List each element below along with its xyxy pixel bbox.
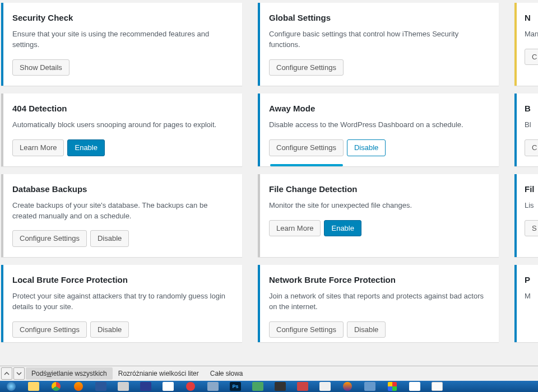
module-card: 404 DetectionAutomatically block users s… [1,94,242,166]
configure-settings-button[interactable]: Configure Settings [269,321,344,338]
module-card: FilLisS [514,174,538,257]
card-actions: Learn MoreEnable [269,220,489,237]
taskbar-explorer[interactable] [25,381,43,392]
module-card: Away ModeDisable access to the WordPress… [258,94,499,166]
chevron-down-icon [16,371,22,376]
disable-button[interactable]: Disable [347,139,386,156]
configure-settings-button[interactable]: Configure Settings [12,321,87,338]
taskbar-app3[interactable] [204,381,222,392]
show-details-button[interactable]: Show Details [12,59,69,76]
whole-words-toggle[interactable]: Całe słowa [205,367,249,380]
disable-button[interactable]: Disable [90,321,129,338]
card-description: Ensure that your site is using the recom… [12,29,232,50]
card-title: Security Check [12,13,232,22]
card-actions: Configure SettingsDisable [12,321,232,338]
disable-button[interactable]: Disable [90,230,129,247]
card-actions: Configure SettingsDisable [269,139,489,156]
configure-settings-button[interactable]: Configure Settings [269,139,344,156]
card-title: P [525,275,538,284]
card-actions: C [525,49,538,66]
highlight-all-toggle[interactable]: Podświetlanie wszystkich [26,367,113,380]
card-title: Fil [525,184,538,194]
configure-settings-button[interactable]: Configure Settings [12,230,87,247]
enable-button[interactable]: Enable [324,220,361,237]
card-title: File Change Detection [269,184,489,194]
card-title: Database Backups [12,184,232,194]
card-title: 404 Detection [12,104,232,113]
taskbar-firefox[interactable] [69,381,87,392]
card-description: Automatically block users snooping aroun… [12,120,232,130]
taskbar-ps[interactable]: Ps [226,381,244,392]
card-actions: Show Details [12,59,232,76]
taskbar-app10[interactable] [383,381,401,392]
taskbar-opera[interactable] [182,381,200,392]
find-prev-button[interactable] [1,367,12,380]
card-description: M [525,291,538,302]
card-description: Disable access to the WordPress Dashboar… [269,120,489,130]
taskbar-app4[interactable] [249,381,267,392]
c-button[interactable]: C [525,139,538,156]
module-card: Local Brute Force ProtectionProtect your… [1,265,242,342]
card-description: Create backups of your site's database. … [12,200,232,222]
taskbar-app6[interactable] [294,381,312,392]
taskbar: Ps [0,381,538,392]
taskbar-app8[interactable] [338,381,356,392]
cards-grid: Security CheckEnsure that your site is u… [0,0,538,342]
card-description: Join a network of sites that reports and… [269,291,489,312]
card-actions: Configure SettingsDisable [269,321,489,338]
find-bar: Podświetlanie wszystkich Rozróżnianie wi… [0,366,538,381]
card-actions: C [525,139,538,156]
module-card: Database BackupsCreate backups of your s… [1,174,242,257]
card-actions: Learn MoreEnable [12,139,232,156]
chevron-up-icon [4,371,10,376]
module-card: Network Brute Force ProtectionJoin a net… [258,265,499,342]
learn-more-button[interactable]: Learn More [12,139,64,156]
card-description: Configure basic settings that control ho… [269,29,489,50]
card-actions: S [525,220,538,237]
card-description: Bl [525,120,538,130]
card-title: B [525,104,538,113]
taskbar-start[interactable] [2,381,20,392]
configure-settings-button[interactable]: Configure Settings [269,59,344,76]
disable-button[interactable]: Disable [347,321,386,338]
module-card: PM [514,265,538,342]
enable-button[interactable]: Enable [67,139,104,156]
card-description: Lis [525,200,538,211]
taskbar-save[interactable] [137,381,155,392]
taskbar-app9[interactable] [361,381,379,392]
card-title: Network Brute Force Protection [269,275,489,284]
module-card: Global SettingsConfigure basic settings … [258,3,499,86]
s-button[interactable]: S [525,220,538,237]
taskbar-app12[interactable] [428,381,446,392]
c-button[interactable]: C [525,49,538,66]
card-title: Local Brute Force Protection [12,275,232,284]
module-card: NManage relC [514,3,538,86]
module-card: File Change DetectionMonitor the site fo… [258,174,499,257]
match-case-toggle[interactable]: Rozróżnianie wielkości liter [113,367,205,380]
card-title: Global Settings [269,13,489,22]
card-description: Protect your site against attackers that… [12,291,232,312]
card-actions: Configure SettingsDisable [12,230,232,247]
module-card: Security CheckEnsure that your site is u… [1,3,242,86]
find-next-button[interactable] [13,367,25,380]
taskbar-app7[interactable] [316,381,334,392]
module-card: BBlC [514,94,538,166]
taskbar-word[interactable] [92,381,110,392]
taskbar-app5[interactable] [271,381,289,392]
highlight-underline [270,164,343,166]
card-description: Manage rel [525,29,538,40]
card-title: Away Mode [269,104,489,113]
card-title: N [525,13,538,22]
taskbar-app11[interactable] [406,381,424,392]
taskbar-chrome[interactable] [47,381,65,392]
taskbar-app2[interactable] [159,381,177,392]
taskbar-app1[interactable] [114,381,132,392]
card-actions: Configure Settings [269,59,489,76]
card-description: Monitor the site for unexpected file cha… [269,200,489,211]
learn-more-button[interactable]: Learn More [269,220,321,237]
